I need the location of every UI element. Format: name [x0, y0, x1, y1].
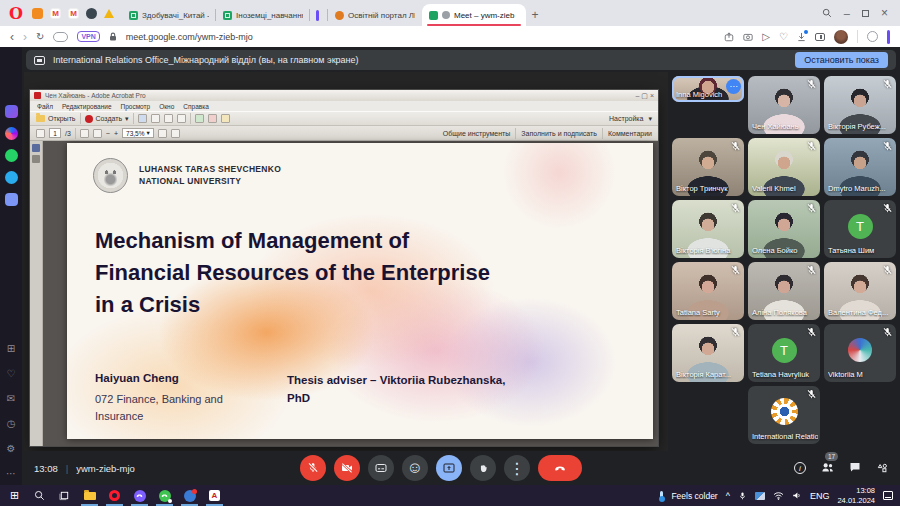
pinned-tab-icon[interactable] [32, 8, 43, 19]
captions-button[interactable] [368, 455, 394, 481]
export-word-icon[interactable] [195, 114, 204, 123]
acrobat-taskbar-icon[interactable]: A [202, 485, 227, 506]
telegram-icon[interactable] [5, 171, 18, 184]
info-icon[interactable]: i [794, 462, 806, 474]
menu-view[interactable]: Просмотр [121, 103, 151, 110]
close-button[interactable]: × [881, 6, 888, 20]
bookmarks-icon[interactable]: ♡ [7, 369, 16, 379]
participant-tile[interactable]: Віктор Тринчук [672, 138, 744, 196]
viber-icon[interactable] [127, 485, 152, 506]
tools-tab[interactable]: Общие инструменты [443, 130, 511, 137]
participant-tile[interactable]: Чен Хайюань [748, 76, 820, 134]
participant-tile[interactable]: Viktoriia M [824, 324, 896, 382]
menu-edit[interactable]: Редактирование [62, 103, 112, 110]
tab-tiling-icon[interactable] [815, 33, 825, 41]
print-icon[interactable] [151, 114, 160, 123]
create-button[interactable]: Создать▾ [85, 115, 129, 123]
messenger-icon[interactable] [5, 127, 18, 140]
hand-tool-icon[interactable] [93, 129, 102, 138]
participant-tile[interactable]: Олена Бойко [748, 200, 820, 258]
opera-logo-icon[interactable]: O [4, 0, 28, 26]
minimize-button[interactable]: – [844, 7, 850, 19]
end-call-button[interactable] [538, 455, 582, 481]
extensions-icon[interactable] [867, 31, 878, 42]
participant-tile[interactable]: Dmytro Maruzh... [824, 138, 896, 196]
menu-window[interactable]: Окно [159, 103, 174, 110]
participant-tile[interactable]: T Татьяна Шим [824, 200, 896, 258]
raise-hand-button[interactable] [470, 455, 496, 481]
thumbnail-panel-strip[interactable] [30, 141, 43, 446]
open-button[interactable]: Открыть [36, 115, 76, 122]
browser-notification-icon[interactable] [177, 485, 202, 506]
page-up-icon[interactable] [36, 129, 45, 138]
reactions-button[interactable]: ☺ [402, 455, 428, 481]
maximize-button[interactable] [862, 10, 869, 17]
participant-tile[interactable]: International Relations Off... [748, 386, 820, 444]
tab-sheets-1[interactable]: Здобувачі_Китай - Goog [122, 4, 216, 26]
stop-presenting-button[interactable]: Остановить показ [795, 52, 888, 68]
acrobat-window-controls[interactable]: – ▢ × [636, 92, 654, 100]
settings-icon[interactable]: ⚙ [7, 444, 16, 454]
messages-icon[interactable]: ✉ [7, 394, 15, 404]
acrobat-titlebar[interactable]: Чен Хайюань - Adobe Acrobat Pro – ▢ × [30, 90, 658, 101]
email-icon[interactable] [177, 114, 186, 123]
save-icon[interactable] [138, 114, 147, 123]
participant-tile[interactable]: ⋯ Inna Migovich [672, 76, 744, 102]
participant-tile[interactable]: Валентина Фед... [824, 262, 896, 320]
tab-portal[interactable]: Освітній портал ЛНУ ім [328, 4, 422, 26]
participant-tile[interactable]: Valerii Khmel [748, 138, 820, 196]
search-icon[interactable] [822, 8, 832, 18]
fit-width-icon[interactable] [158, 129, 167, 138]
export-pdf-icon[interactable] [208, 114, 217, 123]
profile-avatar[interactable] [834, 30, 848, 44]
file-explorer-icon[interactable] [77, 485, 102, 506]
downloads-icon[interactable] [797, 32, 806, 42]
camera-off-button[interactable] [334, 455, 360, 481]
export-other-icon[interactable] [221, 114, 230, 123]
comments-tab[interactable]: Комментарии [608, 130, 652, 137]
network-icon[interactable] [773, 491, 784, 500]
zoom-out-button[interactable]: − [106, 130, 110, 137]
snapshot-icon[interactable] [743, 32, 753, 41]
share-icon[interactable] [724, 32, 734, 42]
people-icon[interactable]: 17 [821, 459, 834, 477]
workspace-icon[interactable] [5, 105, 18, 118]
edit-icon[interactable] [164, 114, 173, 123]
gmail-icon[interactable]: M [50, 8, 61, 19]
display-cast-icon[interactable] [755, 492, 765, 500]
participant-tile[interactable]: Вікторія Рубеж... [824, 76, 896, 134]
fit-page-icon[interactable] [171, 129, 180, 138]
weather-icon[interactable] [660, 491, 663, 501]
hidden-icons-chevron[interactable]: ^ [726, 491, 730, 501]
menu-file[interactable]: Файл [37, 103, 53, 110]
taskbar-search-icon[interactable] [27, 485, 52, 506]
back-button[interactable]: ‹ [10, 31, 14, 43]
participant-tile[interactable]: Вікторія В'югіна [672, 200, 744, 258]
weather-text[interactable]: Feels colder [671, 491, 717, 501]
bookmarks-panel-icon[interactable] [32, 155, 40, 163]
drive-icon[interactable] [104, 9, 114, 18]
shared-screen-stage[interactable]: Чен Хайюань - Adobe Acrobat Pro – ▢ × Фа… [24, 72, 668, 451]
more-options-button[interactable]: ⋮ [504, 455, 530, 481]
chat-icon[interactable] [849, 459, 861, 477]
start-button[interactable]: ⊞ [2, 485, 27, 506]
participant-tile[interactable]: Tatiana Sarty [672, 262, 744, 320]
zoom-level-select[interactable]: 73,5%▾ [122, 128, 154, 138]
language-indicator[interactable]: ENG [810, 491, 830, 501]
participant-tile[interactable]: Аліна Полякова [748, 262, 820, 320]
task-view-icon[interactable] [52, 485, 77, 506]
present-button-active[interactable] [436, 455, 462, 481]
globe-icon[interactable] [86, 8, 97, 19]
volume-icon[interactable] [792, 491, 802, 500]
taskbar-clock[interactable]: 13:08 24.01.2024 [837, 486, 875, 505]
page-thumbnails-icon[interactable] [32, 144, 40, 152]
action-center-icon[interactable] [883, 491, 893, 500]
new-tab-button[interactable]: + [526, 4, 544, 26]
player-icon[interactable]: ▷ [762, 32, 770, 42]
whatsapp-taskbar-icon[interactable] [152, 485, 177, 506]
mic-off-button[interactable] [300, 455, 326, 481]
forward-button[interactable]: › [23, 31, 27, 43]
participant-tile[interactable]: T Tetiana Havryliuk [748, 324, 820, 382]
url-field[interactable]: meet.google.com/ywm-zieb-mjo [126, 32, 716, 42]
tray-mic-icon[interactable] [738, 491, 747, 501]
